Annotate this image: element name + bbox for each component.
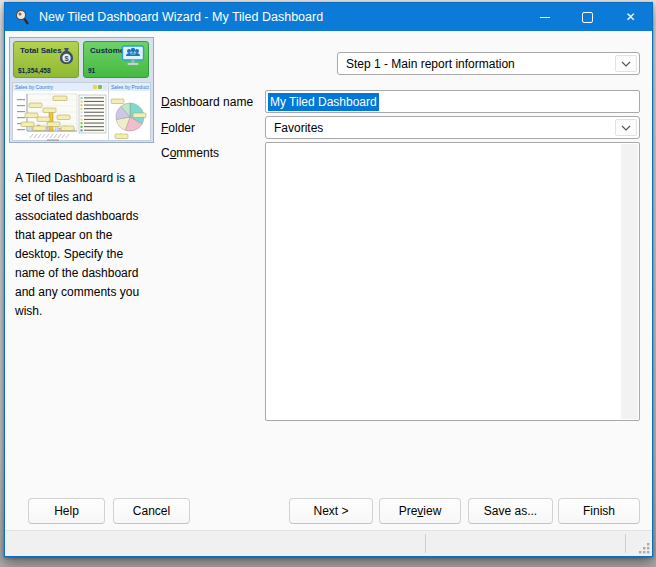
status-bar-divider [425, 534, 426, 553]
dashboard-name-selected-text: My Tiled Dashboard [268, 93, 379, 111]
preview-panel-header: Sales by Product Category [109, 83, 150, 91]
save-as-button[interactable]: Save as... [468, 498, 553, 524]
minimize-button[interactable] [523, 3, 566, 31]
resize-grip-icon[interactable] [639, 543, 650, 554]
minimize-icon [540, 17, 550, 18]
comments-scrollbar[interactable] [621, 144, 638, 419]
preview-toolbar-icons [93, 85, 107, 89]
finish-button[interactable]: Finish [558, 498, 640, 524]
maximize-button[interactable] [566, 3, 609, 31]
wizard-dialog: New Tiled Dashboard Wizard - My Tiled Da… [4, 2, 653, 557]
status-bar [5, 530, 652, 556]
preview-panel-sales-by-country: Sales by Country [13, 83, 109, 140]
preview-pie-chart [109, 91, 150, 142]
wizard-info-text: A Tiled Dashboard is a set of tiles and … [15, 169, 151, 321]
chevron-down-icon [621, 61, 631, 67]
dashboard-name-label: Dashboard name [161, 95, 253, 109]
maximize-icon [582, 12, 593, 23]
preview-tile-total-sales: Total Sales $ $1,354,458 [13, 41, 79, 78]
preview-panel-title: Sales by Product Category [109, 84, 150, 90]
tile-label: Total Sales [20, 46, 62, 55]
status-bar-divider [625, 534, 626, 553]
close-button[interactable]: ✕ [609, 3, 652, 31]
tile-value: 91 [88, 67, 95, 74]
preview-tile-customers: Customers 91 [83, 41, 149, 78]
preview-button[interactable]: Preview [379, 498, 461, 524]
close-icon: ✕ [625, 11, 635, 23]
preview-panel-title: Sales by Country [13, 84, 53, 90]
dashboard-name-input[interactable]: My Tiled Dashboard [265, 90, 640, 113]
step-selector-value: Step 1 - Main report information [338, 57, 515, 71]
folder-select-value: Favorites [266, 121, 323, 135]
preview-bar-chart [13, 91, 108, 142]
preview-dashboard-screenshot: Sales by Country [12, 82, 151, 141]
comments-label: Comments [161, 146, 219, 160]
magnifier-icon [14, 9, 31, 26]
preview-panel-header: Sales by Country [13, 83, 108, 91]
tile-value: $1,354,458 [18, 67, 51, 74]
window-title: New Tiled Dashboard Wizard - My Tiled Da… [39, 10, 323, 24]
step-selector-dropdown-button[interactable] [615, 55, 637, 72]
comments-value [266, 143, 274, 420]
chevron-down-icon [621, 125, 631, 131]
title-bar: New Tiled Dashboard Wizard - My Tiled Da… [5, 3, 652, 31]
next-button[interactable]: Next > [289, 498, 373, 524]
money-bag-icon: $ [58, 45, 75, 65]
customers-monitor-icon [121, 45, 145, 67]
comments-textarea[interactable] [265, 142, 640, 421]
preview-panel-sales-by-product-category: Sales by Product Category [109, 83, 150, 140]
folder-dropdown-button[interactable] [615, 119, 637, 136]
help-button[interactable]: Help [28, 498, 105, 524]
dashboard-preview-image: Total Sales $ $1,354,458 Customers 91 [9, 37, 154, 143]
folder-label: Folder [161, 121, 195, 135]
step-selector[interactable]: Step 1 - Main report information [337, 52, 640, 75]
folder-select[interactable]: Favorites [265, 116, 640, 139]
cancel-button[interactable]: Cancel [113, 498, 190, 524]
